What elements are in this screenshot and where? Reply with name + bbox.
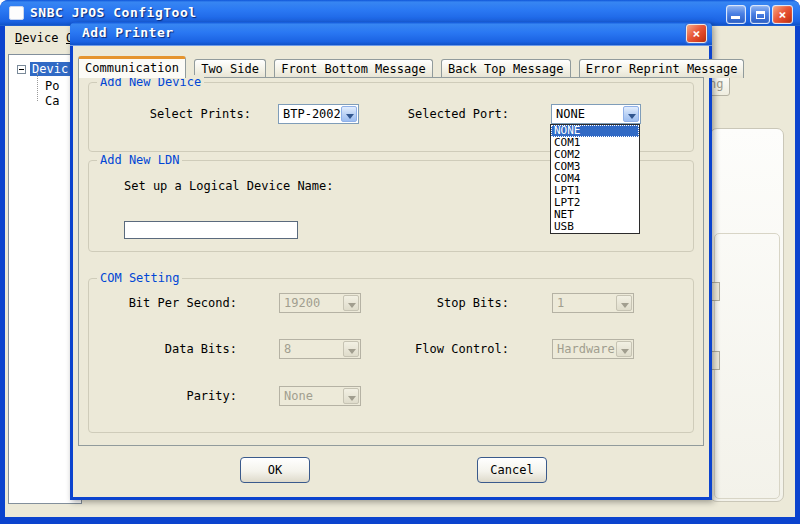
tab-error-reprint-message[interactable]: Error Reprint Message (579, 59, 745, 78)
chevron-down-icon (621, 349, 629, 354)
port-option[interactable]: USB (551, 221, 639, 233)
combo-dropdown-button (343, 388, 359, 404)
com-setting-group: COM Setting Bit Per Second: 19200 Stop B… (88, 278, 694, 433)
close-button[interactable]: × (772, 5, 793, 24)
dialog-title: Add Printer (82, 25, 174, 40)
selected-port-combo[interactable]: NONE (551, 104, 641, 124)
combo-dropdown-button (343, 341, 359, 357)
close-icon: × (773, 6, 792, 23)
chevron-down-icon (348, 349, 356, 354)
tab-strip: Communication Two Side Front Bottom Mess… (78, 56, 745, 77)
ldn-input[interactable] (124, 221, 298, 239)
dialog-close-button[interactable]: × (686, 24, 707, 43)
add-new-ldn-legend: Add New LDN (97, 153, 182, 167)
tree-item-cash[interactable]: Ca (45, 94, 59, 108)
selected-port-dropdown-list: NONE COM1 COM2 COM3 COM4 LPT1 LPT2 NET U… (550, 124, 640, 234)
background-combo-fragment (711, 351, 720, 370)
combo-dropdown-button (616, 295, 632, 311)
cancel-button[interactable]: Cancel (477, 457, 547, 483)
maximize-button[interactable] (750, 5, 770, 24)
data-bits-combo: 8 (279, 339, 361, 359)
minimize-button[interactable] (726, 5, 746, 24)
chevron-down-icon (348, 303, 356, 308)
ok-button[interactable]: OK (240, 457, 310, 483)
tree-item-pos[interactable]: Po (45, 79, 59, 93)
tree-connector (37, 73, 38, 101)
parity-combo: None (279, 386, 361, 406)
combo-dropdown-button (343, 295, 359, 311)
chevron-down-icon (621, 303, 629, 308)
chevron-down-icon (628, 114, 636, 119)
stop-bits-combo: 1 (552, 293, 634, 313)
tab-communication[interactable]: Communication (78, 56, 186, 78)
minimize-icon (731, 16, 740, 19)
flow-control-label: Flow Control: (361, 342, 509, 356)
menu-device[interactable]: Device (11, 30, 62, 47)
main-window-title: SNBC JPOS ConfigTool (30, 5, 197, 20)
tree-collapse-icon[interactable] (17, 65, 26, 74)
combo-dropdown-button (616, 341, 632, 357)
maximize-icon (756, 11, 765, 19)
dialog-content: Communication Two Side Front Bottom Mess… (73, 46, 709, 497)
com-setting-legend: COM Setting (97, 271, 182, 285)
background-groupbox (714, 233, 780, 499)
main-window: SNBC JPOS ConfigTool × Device Op Devic P… (0, 0, 800, 524)
tab-front-bottom-message[interactable]: Front Bottom Message (274, 59, 433, 78)
add-printer-dialog: Add Printer × Communication Two Side Fro… (70, 22, 712, 500)
dialog-titlebar[interactable]: Add Printer × (70, 22, 712, 46)
selected-port-label: Selected Port: (347, 107, 509, 121)
tab-two-side[interactable]: Two Side (194, 59, 266, 78)
stop-bits-label: Stop Bits: (361, 296, 509, 310)
tab-back-top-message[interactable]: Back Top Message (441, 59, 571, 78)
bit-per-second-label: Bit Per Second: (89, 296, 237, 310)
data-bits-label: Data Bits: (89, 342, 237, 356)
select-prints-label: Select Prints: (89, 107, 251, 121)
ldn-label: Set up a Logical Device Name: (124, 179, 334, 193)
combo-dropdown-button[interactable] (623, 106, 639, 122)
app-icon (9, 6, 24, 20)
bit-per-second-combo: 19200 (279, 293, 361, 313)
chevron-down-icon (348, 396, 356, 401)
close-icon: × (687, 25, 706, 42)
flow-control-combo: Hardware (552, 339, 634, 359)
background-combo-fragment (711, 282, 720, 301)
parity-label: Parity: (89, 389, 237, 403)
